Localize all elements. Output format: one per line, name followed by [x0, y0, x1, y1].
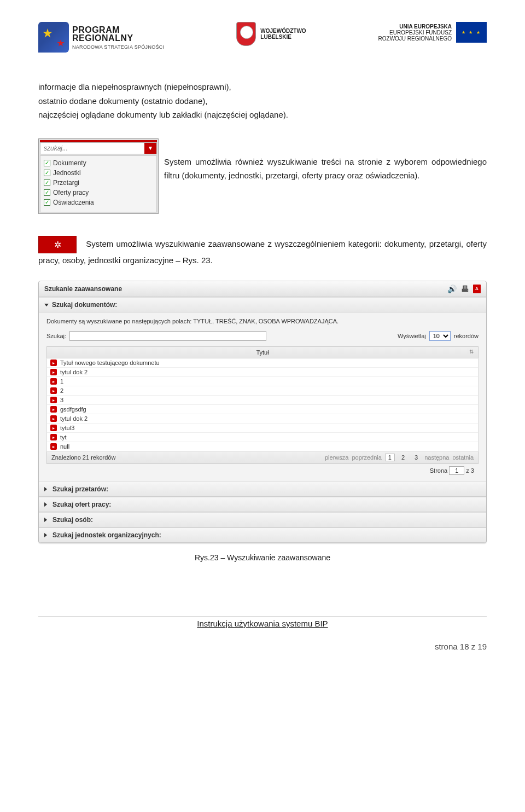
search-label: Szukaj: — [46, 333, 66, 339]
filter-item-oswiadczenia[interactable]: ✓ Oświadczenia — [44, 198, 153, 207]
accordion-label: Szukaj ofert pracy: — [52, 501, 111, 508]
eu-line2: EUROPEJSKI FUNDUSZ — [378, 30, 452, 36]
arrow-right-icon: ▸ — [50, 369, 57, 375]
result-title: Tytuł nowego testującego dokumnetu — [60, 359, 160, 366]
checkbox-icon[interactable]: ✓ — [44, 170, 50, 176]
result-title: tytul dok 2 — [60, 415, 88, 422]
accordion-label: Szukaj dokumentów: — [52, 301, 117, 309]
chevron-right-icon — [44, 518, 49, 522]
wl-line1: WOJEWÓDZTWO — [260, 28, 306, 34]
pager-page-2[interactable]: 2 — [398, 454, 408, 461]
figure-caption: Rys.23 – Wyszukiwanie zaawansowane — [38, 553, 487, 562]
checkbox-icon[interactable]: ✓ — [44, 199, 50, 206]
filter-label: Oświadczenia — [53, 199, 94, 206]
table-row[interactable]: ▸tytul dok 2 — [47, 368, 478, 377]
header-logos: PROGRAM REGIONALNY NARODOWA STRATEGIA SP… — [38, 22, 487, 53]
sound-icon[interactable]: 🔊 — [447, 285, 457, 293]
accordion-label: Szukaj jednostek organizacyjnych: — [52, 531, 161, 539]
arrow-right-icon: ▸ — [50, 359, 57, 366]
intro-line-3: najczęściej oglądane dokumenty lub zakła… — [38, 108, 487, 122]
table-row[interactable]: ▸3 — [47, 396, 478, 405]
wl-line2: LUBELSKIE — [260, 34, 306, 40]
filter-item-przetargi[interactable]: ✓ Przetargi — [44, 178, 153, 188]
print-icon[interactable]: 🖶 — [461, 285, 469, 293]
table-row[interactable]: ▸tyt — [47, 433, 478, 442]
advanced-search-panel: Szukanie zaawansowane 🔊 🖶 A Szukaj dokum… — [38, 281, 487, 543]
logo-wojewodztwo: WOJEWÓDZTWO LUBELSKIE — [236, 22, 306, 46]
arrow-right-icon: ▸ — [50, 397, 57, 403]
search-widget: ▼ ✓ Dokumenty ✓ Jednostki ✓ Przetargi ✓ … — [38, 138, 159, 214]
accordion-przetary[interactable]: Szukaj przetarów: — [39, 482, 486, 497]
pager-page-3[interactable]: 3 — [411, 454, 421, 461]
documents-panel: Dokumenty są wyszukiwane po następującyc… — [39, 312, 486, 482]
program-regionalny-icon — [38, 22, 69, 53]
panel-description: Dokumenty są wyszukiwane po następującyc… — [46, 318, 479, 324]
pager-page-1[interactable]: 1 — [385, 454, 395, 461]
arrow-right-icon: ▸ — [50, 425, 57, 431]
filter-dropdown: ✓ Dokumenty ✓ Jednostki ✓ Przetargi ✓ Of… — [40, 155, 157, 212]
arrow-right-icon: ▸ — [50, 387, 57, 394]
accordion-label: Szukaj przetarów: — [52, 485, 108, 493]
page-total: z 3 — [466, 467, 474, 474]
result-title: null — [60, 443, 69, 450]
table-row[interactable]: ▸tytul3 — [47, 424, 478, 433]
result-title: tytul3 — [60, 425, 74, 431]
pdf-icon[interactable]: A — [473, 285, 481, 293]
advanced-search-intro: ✲ System umożliwia wyszukiwanie zaawanso… — [38, 236, 487, 268]
filter-item-dokumenty[interactable]: ✓ Dokumenty — [44, 158, 153, 168]
filter-label: Przetargi — [53, 179, 79, 187]
adv-search-input[interactable] — [69, 331, 266, 341]
table-row[interactable]: ▸Tytuł nowego testującego dokumnetu — [47, 358, 478, 368]
accordion-label: Szukaj osób: — [52, 516, 93, 524]
filter-label: Oferty pracy — [53, 189, 89, 196]
result-title: tyt — [60, 434, 67, 440]
result-title: tytul dok 2 — [60, 369, 88, 375]
checkbox-icon[interactable]: ✓ — [44, 179, 50, 186]
search-input[interactable] — [40, 143, 144, 154]
shield-icon — [236, 22, 256, 46]
filter-item-oferty[interactable]: ✓ Oferty pracy — [44, 188, 153, 198]
table-row[interactable]: ▸tytul dok 2 — [47, 414, 478, 424]
page-input[interactable] — [449, 466, 464, 475]
accordion-jednostek[interactable]: Szukaj jednostek organizacyjnych: — [39, 527, 486, 543]
table-row[interactable]: ▸gsdfgsdfg — [47, 405, 478, 414]
accordion-osob[interactable]: Szukaj osób: — [39, 512, 486, 527]
chevron-right-icon — [44, 487, 49, 491]
result-title: 1 — [60, 378, 63, 385]
accordion-documents[interactable]: Szukaj dokumentów: — [39, 297, 486, 312]
pager-first[interactable]: pierwsza — [325, 454, 348, 461]
pager-next[interactable]: następna — [424, 454, 449, 461]
gear-icon[interactable]: ✲ — [38, 236, 77, 253]
intro-text: informacje dla niepełnosprawnych (niepeł… — [38, 80, 487, 122]
found-count: Znaleziono 21 rekordów — [51, 454, 115, 461]
result-list: ▸Tytuł nowego testującego dokumnetu▸tytu… — [46, 358, 479, 451]
pr-title-2: REGIONALNY — [72, 33, 164, 43]
pager-prev[interactable]: poprzednia — [352, 454, 381, 461]
pager-last[interactable]: ostatnia — [452, 454, 474, 461]
chevron-right-icon — [44, 533, 49, 537]
table-header-title[interactable]: Tytuł ⇅ — [46, 346, 479, 358]
intro-line-2: ostatnio dodane dokumenty (ostatnio doda… — [38, 94, 487, 108]
arrow-right-icon: ▸ — [50, 434, 57, 440]
checkbox-icon[interactable]: ✓ — [44, 189, 50, 196]
accordion-ofert[interactable]: Szukaj ofert pracy: — [39, 497, 486, 512]
table-row[interactable]: ▸null — [47, 442, 478, 451]
table-row[interactable]: ▸1 — [47, 377, 478, 386]
filter-item-jednostki[interactable]: ✓ Jednostki — [44, 168, 153, 178]
eu-line1: UNIA EUROPEJSKA — [378, 24, 452, 30]
records-select[interactable]: 10 — [429, 331, 451, 341]
chevron-right-icon — [44, 502, 49, 507]
intro-line-1: informacje dla niepełnosprawnych (niepeł… — [38, 80, 487, 94]
filter-label: Jednostki — [53, 169, 81, 177]
pr-subtitle: NARODOWA STRATEGIA SPÓJNOŚCI — [72, 44, 164, 50]
display-label: Wyświetlaj — [398, 333, 426, 339]
filter-label: Dokumenty — [53, 159, 86, 167]
search-dropdown-button[interactable]: ▼ — [144, 143, 156, 154]
gear-text: System umożliwia wyszukiwanie zaawansowa… — [38, 239, 487, 264]
search-description: System umożliwia również wyszukiwanie tr… — [164, 138, 487, 183]
result-title: 2 — [60, 387, 63, 394]
arrow-right-icon: ▸ — [50, 406, 57, 413]
table-row[interactable]: ▸2 — [47, 386, 478, 396]
sort-icon[interactable]: ⇅ — [469, 349, 474, 355]
checkbox-icon[interactable]: ✓ — [44, 160, 50, 166]
